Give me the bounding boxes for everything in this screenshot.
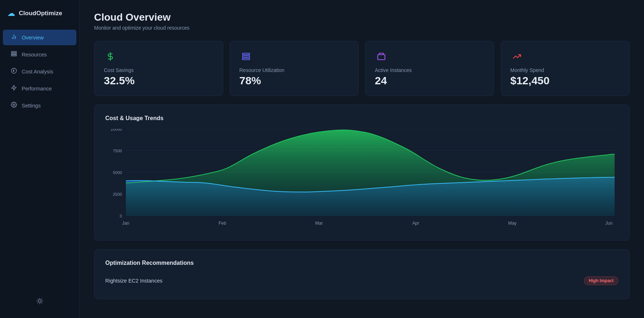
app-logo: ☁ CloudOptimize bbox=[0, 9, 79, 30]
svg-line-15 bbox=[41, 303, 42, 303]
cost-analysis-icon bbox=[10, 68, 17, 75]
svg-rect-21 bbox=[242, 53, 250, 55]
recommendation-badge: High Impact bbox=[584, 276, 618, 285]
chart-svg: 10000 7500 5000 2500 0 Jan Feb Mar Apr M… bbox=[105, 129, 618, 230]
sidebar-item-label-overview: Overview bbox=[22, 35, 43, 41]
chart-title: Cost & Usage Trends bbox=[105, 115, 618, 122]
monthly-spend-label: Monthly Spend bbox=[510, 67, 620, 73]
svg-line-14 bbox=[38, 299, 38, 299]
svg-line-18 bbox=[38, 303, 38, 303]
chart-card: Cost & Usage Trends bbox=[94, 105, 630, 241]
app-name: CloudOptimize bbox=[19, 10, 62, 17]
resource-utilization-icon bbox=[240, 50, 253, 63]
svg-marker-9 bbox=[12, 85, 16, 90]
svg-rect-3 bbox=[11, 51, 16, 52]
monthly-spend-value: $12,450 bbox=[510, 75, 620, 87]
sun-icon[interactable] bbox=[3, 293, 76, 309]
recommendation-row: Rightsize EC2 Instances High Impact bbox=[105, 273, 618, 289]
svg-text:2500: 2500 bbox=[113, 192, 122, 196]
svg-text:Jun: Jun bbox=[605, 221, 613, 226]
stat-cards-row: Cost Savings 32.5% Resource Utilization … bbox=[94, 41, 630, 96]
active-instances-label: Active Instances bbox=[375, 67, 484, 73]
sidebar-item-label-performance: Performance bbox=[22, 86, 52, 92]
svg-line-19 bbox=[41, 299, 42, 299]
sidebar-nav: Overview Resources Cost Analysis bbox=[0, 30, 79, 113]
active-instances-icon bbox=[375, 50, 388, 63]
active-instances-value: 24 bbox=[375, 75, 484, 87]
svg-text:May: May bbox=[508, 221, 517, 226]
svg-text:10000: 10000 bbox=[111, 129, 122, 131]
page-title: Cloud Overview bbox=[94, 12, 630, 23]
sidebar: ☁ CloudOptimize Overview Resources bbox=[0, 0, 80, 318]
stat-card-active-instances: Active Instances 24 bbox=[365, 41, 494, 96]
svg-rect-4 bbox=[11, 53, 16, 54]
svg-rect-22 bbox=[242, 56, 250, 57]
chart-green-area bbox=[126, 130, 615, 216]
monthly-spend-icon bbox=[510, 50, 524, 63]
stat-card-cost-savings: Cost Savings 32.5% bbox=[94, 41, 223, 96]
svg-point-10 bbox=[13, 104, 14, 105]
sidebar-item-performance[interactable]: Performance bbox=[3, 81, 76, 96]
sidebar-item-overview[interactable]: Overview bbox=[3, 30, 76, 45]
resource-utilization-value: 78% bbox=[240, 75, 349, 87]
svg-text:0: 0 bbox=[120, 214, 122, 218]
cost-savings-value: 32.5% bbox=[104, 75, 213, 87]
svg-rect-24 bbox=[378, 55, 385, 60]
svg-text:Feb: Feb bbox=[219, 221, 226, 226]
svg-text:5000: 5000 bbox=[113, 170, 122, 175]
sidebar-item-settings[interactable]: Settings bbox=[3, 98, 76, 113]
main-content: Cloud Overview Monitor and optimize your… bbox=[80, 0, 644, 318]
svg-text:Mar: Mar bbox=[315, 221, 323, 226]
sidebar-item-cost-analysis[interactable]: Cost Analysis bbox=[3, 64, 76, 79]
settings-icon bbox=[10, 102, 17, 109]
recommendations-title: Optimization Recommendations bbox=[105, 260, 618, 266]
cost-savings-label: Cost Savings bbox=[104, 67, 213, 73]
svg-rect-23 bbox=[242, 58, 250, 60]
svg-point-11 bbox=[38, 300, 41, 302]
sidebar-bottom bbox=[0, 293, 79, 309]
svg-rect-5 bbox=[11, 55, 16, 56]
svg-text:Jan: Jan bbox=[122, 221, 130, 226]
chart-container: 10000 7500 5000 2500 0 Jan Feb Mar Apr M… bbox=[105, 129, 618, 230]
recommendation-name: Rightsize EC2 Instances bbox=[105, 278, 162, 284]
overview-icon bbox=[10, 34, 17, 41]
sidebar-item-label-settings: Settings bbox=[22, 103, 41, 109]
cost-savings-icon bbox=[104, 50, 117, 63]
svg-text:7500: 7500 bbox=[113, 149, 122, 153]
resource-utilization-label: Resource Utilization bbox=[240, 67, 349, 73]
page-header: Cloud Overview Monitor and optimize your… bbox=[94, 12, 630, 31]
svg-rect-25 bbox=[379, 53, 384, 55]
sidebar-item-label-resources: Resources bbox=[22, 52, 47, 58]
svg-text:Apr: Apr bbox=[412, 221, 419, 226]
stat-card-resource-utilization: Resource Utilization 78% bbox=[230, 41, 359, 96]
performance-icon bbox=[10, 85, 17, 92]
stat-card-monthly-spend: Monthly Spend $12,450 bbox=[501, 41, 630, 96]
recommendations-card: Optimization Recommendations Rightsize E… bbox=[94, 249, 630, 299]
page-subtitle: Monitor and optimize your cloud resource… bbox=[94, 25, 630, 31]
resources-icon bbox=[10, 51, 17, 58]
cloud-icon: ☁ bbox=[7, 9, 15, 18]
sidebar-item-resources[interactable]: Resources bbox=[3, 47, 76, 62]
sidebar-item-label-cost: Cost Analysis bbox=[22, 69, 53, 75]
